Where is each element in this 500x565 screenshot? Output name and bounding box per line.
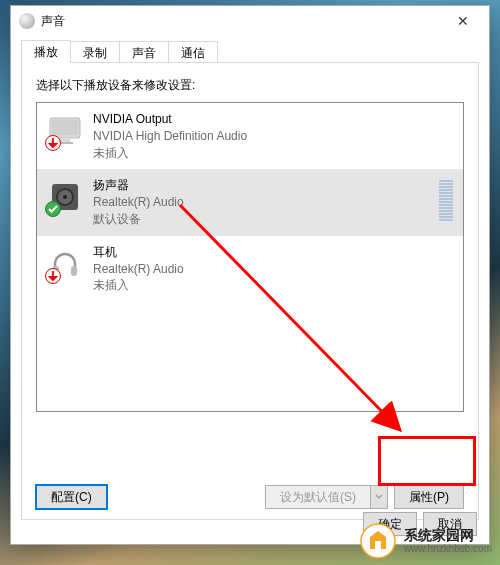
device-name: 耳机: [93, 244, 453, 261]
svg-rect-2: [60, 139, 70, 142]
configure-button[interactable]: 配置(C): [36, 485, 107, 509]
device-item-nvidia[interactable]: NVIDIA Output NVIDIA High Definition Aud…: [37, 103, 463, 169]
set-default-button[interactable]: 设为默认值(S): [265, 485, 370, 509]
device-info: 耳机 Realtek(R) Audio 未插入: [93, 244, 453, 294]
device-status: 未插入: [93, 277, 453, 294]
svg-rect-1: [52, 120, 78, 135]
svg-point-8: [63, 195, 67, 199]
svg-rect-11: [71, 266, 77, 276]
speaker-icon: [47, 179, 83, 215]
panel-buttons: 配置(C) 设为默认值(S) 属性(P): [36, 485, 464, 509]
device-info: 扬声器 Realtek(R) Audio 默认设备: [93, 177, 429, 227]
watermark-name: 系统家园网: [404, 528, 492, 543]
sound-dialog: 声音 ✕ 播放 录制 声音 通信 选择以下播放设备来修改设置:: [10, 5, 490, 545]
close-button[interactable]: ✕: [443, 8, 483, 34]
tab-sound[interactable]: 声音: [119, 41, 169, 63]
device-name: NVIDIA Output: [93, 111, 453, 128]
svg-rect-15: [375, 541, 381, 549]
tab-playback[interactable]: 播放: [21, 40, 71, 62]
down-red-badge-icon: [45, 135, 61, 151]
titlebar: 声音 ✕: [11, 6, 489, 36]
tab-record[interactable]: 录制: [70, 41, 120, 63]
device-item-headphones[interactable]: 耳机 Realtek(R) Audio 未插入: [37, 236, 463, 302]
device-name: 扬声器: [93, 177, 429, 194]
device-item-speaker[interactable]: 扬声器 Realtek(R) Audio 默认设备: [37, 169, 463, 235]
check-green-badge-icon: [45, 201, 61, 217]
tabstrip: 播放 录制 声音 通信: [11, 36, 489, 62]
set-default-split: 设为默认值(S): [265, 485, 388, 509]
watermark-url: www.hnzkhbsb.com: [404, 543, 492, 554]
properties-button[interactable]: 属性(P): [394, 485, 464, 509]
device-status: 未插入: [93, 145, 453, 162]
device-sub: NVIDIA High Definition Audio: [93, 128, 453, 145]
dialog-title: 声音: [41, 13, 443, 30]
watermark-logo-icon: [360, 523, 396, 559]
playback-panel: 选择以下播放设备来修改设置:: [21, 62, 479, 520]
device-sub: Realtek(R) Audio: [93, 261, 453, 278]
watermark: 系统家园网 www.hnzkhbsb.com: [360, 523, 492, 559]
headphones-icon: [47, 246, 83, 282]
device-list[interactable]: NVIDIA Output NVIDIA High Definition Aud…: [36, 102, 464, 412]
chevron-down-icon[interactable]: [370, 485, 388, 509]
sound-titlebar-icon: [19, 13, 35, 29]
level-meter: [439, 177, 453, 221]
instruction-text: 选择以下播放设备来修改设置:: [36, 77, 464, 94]
monitor-icon: [47, 113, 83, 149]
device-info: NVIDIA Output NVIDIA High Definition Aud…: [93, 111, 453, 161]
device-sub: Realtek(R) Audio: [93, 194, 429, 211]
tab-communication[interactable]: 通信: [168, 41, 218, 63]
device-status: 默认设备: [93, 211, 429, 228]
down-red-badge-icon: [45, 268, 61, 284]
